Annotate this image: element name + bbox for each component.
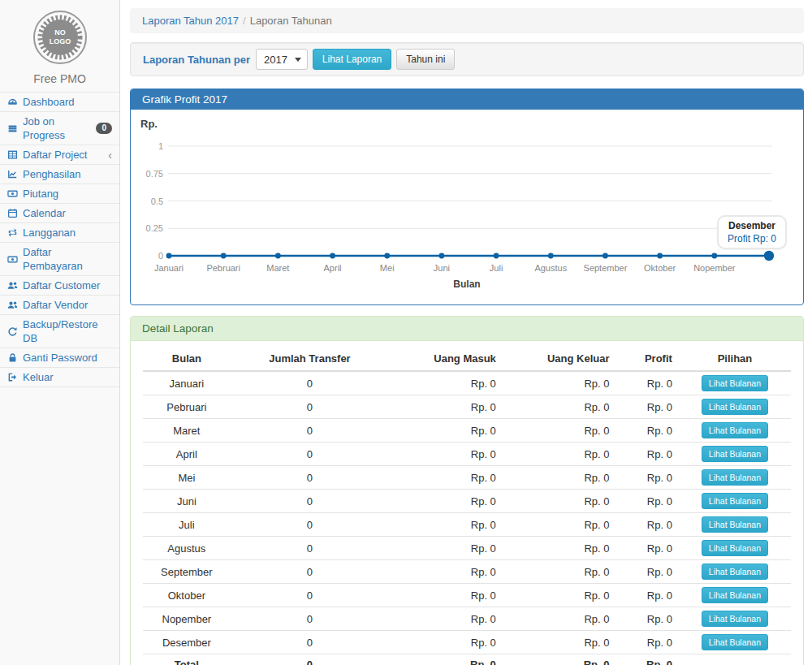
sidebar-item-calendar[interactable]: Calendar (0, 204, 119, 223)
svg-text:LOGO: LOGO (49, 37, 71, 45)
cell-bulan: Nopember (143, 607, 231, 631)
tasks-icon (7, 123, 18, 134)
lihat-bulanan-button[interactable]: Lihat Bulanan (702, 446, 768, 462)
cell-masuk: Rp. 0 (389, 513, 503, 537)
lihat-bulanan-button[interactable]: Lihat Bulanan (702, 516, 768, 533)
cell-masuk: Rp. 0 (389, 607, 503, 631)
cell-jumlah: 0 (231, 584, 390, 607)
lihat-bulanan-button[interactable]: Lihat Bulanan (702, 634, 768, 650)
cell-bulan: Juli (143, 513, 231, 537)
lihat-bulanan-button[interactable]: Lihat Bulanan (702, 399, 768, 415)
cell-jumlah: 0 (231, 371, 390, 395)
cell-profit: Rp. 0 (616, 443, 679, 466)
calendar-icon (7, 208, 18, 218)
cell-jumlah: 0 (231, 395, 390, 419)
profit-line-chart[interactable]: 00.250.50.751JanuariPebruariMaretAprilMe… (131, 110, 803, 304)
main-content: Laporan Tahun 2017/Laporan Tahunan Lapor… (120, 0, 812, 665)
breadcrumb-link-laporan-tahun[interactable]: Laporan Tahun 2017 (142, 15, 239, 27)
sidebar-item-backup-restore-db[interactable]: Backup/Restore DB (0, 315, 119, 348)
profit-chart-panel: Grafik Profit 2017 Rp. 00.250.50.751Janu… (130, 89, 804, 305)
detail-panel-body: BulanJumlah TransferUang MasukUang Kelua… (131, 341, 803, 665)
sidebar-item-daftar-customer[interactable]: Daftar Customer (0, 276, 119, 296)
sidebar-item-penghasilan[interactable]: Penghasilan (0, 165, 119, 184)
lihat-bulanan-button[interactable]: Lihat Bulanan (702, 375, 768, 391)
svg-text:0.75: 0.75 (146, 169, 163, 179)
chart-panel-title: Grafik Profit 2017 (131, 89, 803, 110)
lihat-bulanan-button[interactable]: Lihat Bulanan (702, 587, 768, 603)
table-header-row: BulanJumlah TransferUang MasukUang Kelua… (143, 347, 791, 371)
users-icon (7, 280, 18, 291)
sidebar-item-daftar-pembayaran[interactable]: Daftar Pembayaran (0, 243, 119, 276)
svg-text:0.5: 0.5 (151, 196, 163, 206)
chart-x-axis-label: Bulan (131, 279, 803, 290)
tahun-ini-button[interactable]: Tahun ini (396, 49, 455, 70)
cell-jumlah: 0 (231, 560, 390, 584)
cell-keluar: Rp. 0 (503, 419, 616, 443)
sidebar-item-label: Ganti Password (23, 351, 97, 365)
brand-logo[interactable]: NO LOGO Free PMO (0, 0, 119, 92)
sidebar-item-label: Dashboard (23, 95, 75, 109)
sidebar-item-label: Daftar Customer (23, 279, 100, 292)
table-row: Januari0Rp. 0Rp. 0Rp. 0Lihat Bulanan (143, 371, 791, 395)
breadcrumb-current: Laporan Tahunan (250, 15, 332, 27)
cell-pilihan: Lihat Bulanan (679, 443, 791, 466)
sidebar-item-langganan[interactable]: Langganan (0, 223, 119, 243)
column-header-uang-keluar: Uang Keluar (503, 347, 616, 371)
lock-icon (7, 352, 18, 363)
table-icon (7, 149, 18, 160)
sidebar-item-daftar-project[interactable]: Daftar Project‹ (0, 145, 119, 165)
cell-pilihan: Lihat Bulanan (679, 419, 791, 443)
cell-masuk: Rp. 0 (389, 419, 503, 443)
refresh-icon (7, 326, 18, 337)
lihat-bulanan-button[interactable]: Lihat Bulanan (702, 493, 768, 509)
year-select[interactable]: 2017 (256, 49, 308, 70)
dashboard-icon (7, 97, 18, 107)
sidebar-item-keluar[interactable]: Keluar (0, 368, 119, 387)
year-select-value: 2017 (264, 54, 287, 66)
svg-text:Januari: Januari (154, 263, 184, 273)
cell-jumlah: 0 (231, 654, 390, 665)
svg-text:Juni: Juni (434, 263, 450, 273)
cell-jumlah: 0 (231, 466, 390, 490)
sidebar-item-daftar-vendor[interactable]: Daftar Vendor (0, 296, 119, 315)
lihat-bulanan-button[interactable]: Lihat Bulanan (702, 540, 768, 556)
cell-keluar: Rp. 0 (503, 466, 616, 490)
cell-pilihan: Lihat Bulanan (679, 560, 791, 584)
table-row: Pebruari0Rp. 0Rp. 0Rp. 0Lihat Bulanan (143, 395, 791, 419)
table-row: Maret0Rp. 0Rp. 0Rp. 0Lihat Bulanan (143, 419, 791, 443)
table-row: Agustus0Rp. 0Rp. 0Rp. 0Lihat Bulanan (143, 537, 791, 560)
column-header-profit: Profit (616, 347, 679, 371)
lihat-bulanan-button[interactable]: Lihat Bulanan (702, 564, 768, 580)
lihat-laporan-button[interactable]: Lihat Laporan (313, 49, 391, 70)
sidebar-item-piutang[interactable]: Piutang (0, 184, 119, 204)
sidebar-item-job-on-progress[interactable]: Job on Progress0 (0, 112, 119, 145)
cell-jumlah: 0 (231, 607, 390, 631)
sidebar-item-label: Backup/Restore DB (23, 317, 112, 345)
sidebar-item-label: Job on Progress (23, 114, 91, 142)
cell-masuk: Rp. 0 (389, 466, 503, 490)
cell-jumlah: 0 (231, 631, 390, 654)
sidebar-item-dashboard[interactable]: Dashboard (0, 93, 119, 112)
cell-pilihan: Lihat Bulanan (679, 466, 791, 490)
table-total-row: Total0Rp. 0Rp. 0Rp. 0 (143, 654, 791, 665)
lihat-bulanan-button[interactable]: Lihat Bulanan (702, 422, 768, 438)
chevron-left-icon: ‹ (108, 150, 112, 160)
cell-bulan: Desember (143, 631, 231, 654)
svg-text:Juli: Juli (490, 263, 503, 273)
svg-text:April: April (324, 263, 342, 273)
column-header-uang-masuk: Uang Masuk (389, 347, 503, 371)
cell-jumlah: 0 (231, 513, 390, 537)
cell-profit: Rp. 0 (616, 395, 679, 419)
sidebar-menu: DashboardJob on Progress0Daftar Project‹… (0, 92, 119, 387)
table-row: April0Rp. 0Rp. 0Rp. 0Lihat Bulanan (143, 443, 791, 466)
cell-profit: Rp. 0 (616, 537, 679, 560)
cell-profit: Rp. 0 (616, 490, 679, 513)
chart-tooltip: Desember Profit Rp: 0 (717, 215, 787, 249)
cell-bulan: Juni (143, 490, 231, 513)
column-header-bulan: Bulan (143, 347, 231, 371)
filter-label: Laporan Tahunan per (143, 54, 250, 66)
svg-text:NO: NO (54, 28, 66, 37)
sidebar-item-ganti-password[interactable]: Ganti Password (0, 348, 119, 368)
lihat-bulanan-button[interactable]: Lihat Bulanan (702, 611, 768, 627)
lihat-bulanan-button[interactable]: Lihat Bulanan (702, 469, 768, 486)
